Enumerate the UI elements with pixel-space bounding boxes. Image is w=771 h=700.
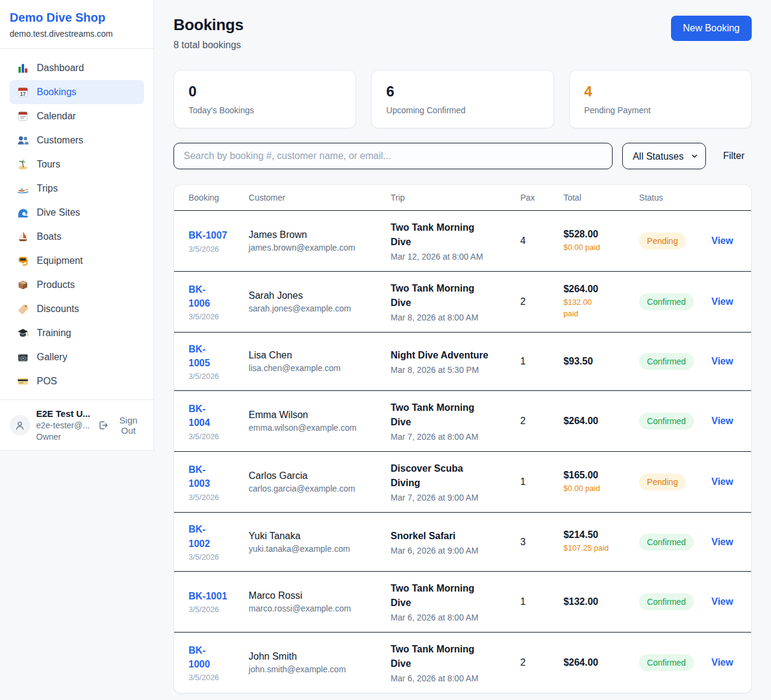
customer-email: yuki.tanaka@example.com <box>249 544 376 554</box>
view-link[interactable]: View <box>711 296 733 307</box>
sidebar-item-discounts[interactable]: Discounts <box>10 297 144 321</box>
view-link[interactable]: View <box>711 657 733 667</box>
booking-date: 3/5/2026 <box>189 493 234 502</box>
customer-name: John Smith <box>249 651 376 662</box>
table-row: BK- 1000 3/5/2026 John Smith john.smith@… <box>174 632 751 693</box>
trip-datetime: Mar 12, 2026 at 8:00 AM <box>391 252 506 261</box>
trip-datetime: Mar 8, 2026 at 8:00 AM <box>391 313 506 322</box>
search-input[interactable] <box>173 143 613 169</box>
booking-date: 3/5/2026 <box>189 245 234 254</box>
booking-id-link[interactable]: BK- 1003 <box>189 463 234 490</box>
total-amount: $528.00 <box>563 229 625 240</box>
sidebar-item-label: Gallery <box>37 352 67 363</box>
customer-name: Lisa Chen <box>249 350 376 361</box>
paid-amount: $0.00 paid <box>563 483 625 495</box>
booking-id-link[interactable]: BK-1007 <box>189 228 234 242</box>
camera-icon <box>17 351 29 363</box>
status-badge: Confirmed <box>639 293 694 310</box>
table-header: BookingCustomerTripPaxTotalStatus <box>174 185 751 211</box>
paid-amount: $107.25 paid <box>563 543 625 554</box>
stat-value: 6 <box>386 83 538 100</box>
total-amount: $93.50 <box>563 356 625 367</box>
view-link[interactable]: View <box>711 356 733 366</box>
sidebar-item-boats[interactable]: Boats <box>10 225 144 249</box>
view-link[interactable]: View <box>711 537 733 547</box>
view-link[interactable]: View <box>711 416 733 426</box>
booking-id-link[interactable]: BK- 1004 <box>189 402 234 430</box>
customer-email: emma.wilson@example.com <box>249 423 376 433</box>
sidebar-item-training[interactable]: Training <box>10 321 144 345</box>
column-header-actions <box>704 185 751 211</box>
trip-name: Discover Scuba Diving <box>391 461 506 490</box>
table-row: BK- 1003 3/5/2026 Carlos Garcia carlos.g… <box>174 452 751 513</box>
booking-date: 3/5/2026 <box>189 552 234 561</box>
view-link[interactable]: View <box>711 477 733 487</box>
sidebar-item-trips[interactable]: Trips <box>10 177 144 201</box>
sidebar-item-label: Trips <box>37 183 58 194</box>
sidebar-item-calendar[interactable]: Calendar <box>10 104 144 128</box>
booking-id-link[interactable]: BK- 1005 <box>189 342 234 370</box>
column-header-booking: Booking <box>174 185 242 211</box>
customer-name: Carlos Garcia <box>249 470 376 481</box>
page-header: Bookings 8 total bookings New Booking <box>173 16 752 51</box>
stat-card: 4 Pending Payment <box>569 70 752 128</box>
booking-date: 3/5/2026 <box>189 605 234 614</box>
sidebar-item-customers[interactable]: Customers <box>10 128 144 152</box>
table-row: BK- 1002 3/5/2026 Yuki Tanaka yuki.tanak… <box>174 513 751 571</box>
booking-id-link[interactable]: BK- 1000 <box>189 643 234 671</box>
table-row: BK-1001 3/5/2026 Marco Rossi marco.rossi… <box>174 571 751 632</box>
sidebar-item-label: Equipment <box>37 255 83 266</box>
new-booking-button[interactable]: New Booking <box>671 16 752 41</box>
people-icon <box>17 134 29 146</box>
sign-out-label: Sign Out <box>113 415 144 436</box>
pax-count: 4 <box>513 211 557 272</box>
total-amount: $132.00 <box>563 596 625 607</box>
brand-name: Demo Dive Shop <box>10 11 144 25</box>
sidebar-item-equipment[interactable]: Equipment <box>10 249 144 273</box>
customer-email: sarah.jones@example.com <box>249 304 376 313</box>
customer-email: james.brown@example.com <box>249 243 376 252</box>
sidebar-item-dashboard[interactable]: Dashboard <box>10 56 144 80</box>
trip-datetime: Mar 6, 2026 at 8:00 AM <box>391 673 506 683</box>
booking-id-link[interactable]: BK-1001 <box>189 589 234 603</box>
customer-email: john.smith@example.com <box>249 664 376 674</box>
trip-name: Two Tank Morning Dive <box>391 220 506 249</box>
wave-icon <box>17 207 29 219</box>
stat-label: Today's Bookings <box>189 105 341 115</box>
sidebar-item-bookings[interactable]: 17 Bookings <box>10 80 144 104</box>
column-header-total: Total <box>556 185 632 211</box>
booking-id-link[interactable]: BK- 1006 <box>189 283 234 310</box>
booking-date: 3/5/2026 <box>189 372 234 381</box>
graduation-cap-icon <box>17 327 29 339</box>
sidebar-item-gallery[interactable]: Gallery <box>10 345 144 369</box>
sidebar-item-pos[interactable]: POS <box>10 369 144 393</box>
sidebar-item-products[interactable]: Products <box>10 273 144 297</box>
sign-out-button[interactable]: Sign Out <box>98 415 144 436</box>
sidebar-item-tours[interactable]: Tours <box>10 152 144 177</box>
bookings-table-card: BookingCustomerTripPaxTotalStatus BK-100… <box>173 184 752 693</box>
sidebar-item-dive-sites[interactable]: Dive Sites <box>10 201 144 225</box>
credit-card-icon <box>17 375 29 387</box>
pax-count: 1 <box>513 333 557 391</box>
pax-count: 1 <box>513 571 557 632</box>
stat-value: 0 <box>189 83 341 100</box>
total-amount: $264.00 <box>563 657 625 668</box>
booking-id-link[interactable]: BK- 1002 <box>189 522 234 550</box>
booking-date: 3/5/2026 <box>189 673 234 682</box>
sidebar-item-label: Discounts <box>37 304 79 314</box>
trip-name: Two Tank Morning Dive <box>391 581 506 610</box>
view-link[interactable]: View <box>711 236 733 246</box>
view-link[interactable]: View <box>711 596 733 607</box>
filter-button[interactable]: Filter <box>716 151 752 161</box>
sailboat-icon <box>17 231 29 243</box>
user-role: Owner <box>36 432 92 442</box>
paid-amount: $0.00 paid <box>563 242 625 254</box>
sidebar-item-label: Dashboard <box>37 63 84 73</box>
status-badge: Pending <box>639 233 685 249</box>
sidebar-item-label: Boats <box>37 231 61 242</box>
sidebar-item-label: POS <box>37 376 57 387</box>
status-filter-select[interactable]: All Statuses <box>622 143 706 169</box>
table-row: BK-1007 3/5/2026 James Brown james.brown… <box>174 211 751 272</box>
user-icon <box>14 419 26 431</box>
sidebar-item-label: Training <box>37 328 71 339</box>
